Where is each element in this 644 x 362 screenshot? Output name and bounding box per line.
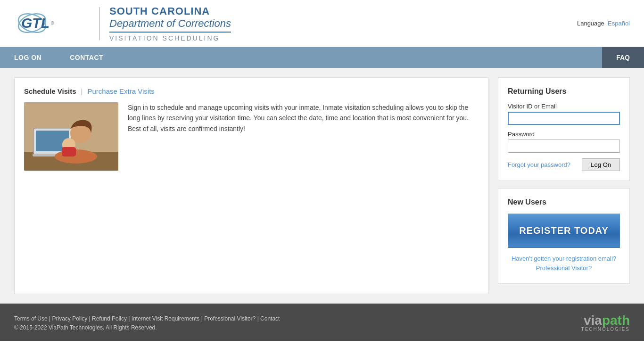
- nav-spacer: [117, 47, 602, 68]
- panel-description: Sign in to schedule and manage upcoming …: [128, 102, 479, 171]
- footer-terms[interactable]: Terms of Use: [14, 315, 48, 322]
- viapath-technologies: TECHNOLOGIES: [581, 327, 630, 332]
- footer-links: Terms of Use | Privacy Policy | Refund P…: [14, 314, 280, 324]
- page-footer: Terms of Use | Privacy Policy | Refund P…: [0, 304, 644, 341]
- footer-contact[interactable]: Contact: [260, 315, 280, 322]
- footer-left: Terms of Use | Privacy Policy | Refund P…: [14, 314, 280, 331]
- new-users-links: Haven't gotten your registration email? …: [508, 255, 620, 272]
- nav-contact[interactable]: CONTACT: [56, 47, 117, 68]
- password-input[interactable]: [508, 140, 620, 153]
- forgot-password-link[interactable]: Forgot your password?: [508, 161, 570, 168]
- viapath-via-text: via: [584, 313, 602, 328]
- panel-image: [24, 102, 118, 171]
- gtl-logo: GTL ®: [14, 8, 80, 39]
- logon-button[interactable]: Log On: [582, 158, 620, 171]
- password-label: Password: [508, 131, 620, 138]
- svg-rect-12: [62, 147, 76, 156]
- footer-privacy[interactable]: Privacy Policy: [52, 315, 87, 322]
- new-users-box: New Users REGISTER TODAY Haven't gotten …: [498, 188, 630, 284]
- navigation-bar: LOG ON CONTACT FAQ: [0, 47, 644, 68]
- language-label: Language: [577, 20, 604, 27]
- viapath-path-text: path: [602, 313, 630, 328]
- tab-separator: |: [81, 87, 83, 95]
- svg-text:®: ®: [51, 21, 54, 25]
- header-left: GTL ® SOUTH CAROLINA Department of Corre…: [14, 5, 231, 42]
- tab-purchase-extra-visits[interactable]: Purchase Extra Visits: [88, 87, 155, 95]
- espanol-link[interactable]: Español: [608, 20, 630, 27]
- new-users-title: New Users: [508, 198, 620, 206]
- footer-copyright: © 2015-2022 ViaPath Technologies. All Ri…: [14, 324, 280, 331]
- form-actions-row: Forgot your password? Log On: [508, 158, 620, 171]
- panel-content: Sign in to schedule and manage upcoming …: [24, 102, 479, 171]
- nav-faq[interactable]: FAQ: [602, 47, 644, 68]
- left-panel: Schedule Visits | Purchase Extra Visits: [14, 77, 488, 294]
- panel-tabs: Schedule Visits | Purchase Extra Visits: [24, 87, 479, 95]
- right-panel: Returning Users Visitor ID or Email Pass…: [498, 77, 630, 294]
- header-title-block: SOUTH CAROLINA Department of Corrections…: [109, 5, 231, 42]
- language-selector: Language Español: [577, 20, 630, 27]
- professional-visitor-link[interactable]: Professional Visitor?: [508, 264, 620, 272]
- header-state: SOUTH CAROLINA: [109, 5, 210, 17]
- footer-professional[interactable]: Professional Visitor?: [204, 315, 256, 322]
- footer-refund[interactable]: Refund Policy: [92, 315, 127, 322]
- header-department: Department of Corrections: [109, 17, 231, 33]
- footer-internet-visit[interactable]: Internet Visit Requirements: [132, 315, 200, 322]
- tab-schedule-visits[interactable]: Schedule Visits: [24, 87, 76, 95]
- svg-text:GTL: GTL: [21, 15, 50, 31]
- viapath-logo: viapath TECHNOLOGIES: [581, 313, 630, 332]
- returning-users-box: Returning Users Visitor ID or Email Pass…: [498, 77, 630, 181]
- registration-email-link[interactable]: Haven't gotten your registration email?: [508, 255, 620, 262]
- visitor-id-input[interactable]: [508, 112, 620, 125]
- logo-divider: [99, 7, 100, 40]
- returning-users-title: Returning Users: [508, 87, 620, 96]
- header-subtitle: VISITATION SCHEDULING: [109, 34, 220, 42]
- register-today-button[interactable]: REGISTER TODAY: [508, 214, 620, 248]
- page-header: GTL ® SOUTH CAROLINA Department of Corre…: [0, 0, 644, 47]
- viapath-name: viapath: [584, 313, 630, 328]
- visitor-id-label: Visitor ID or Email: [508, 103, 620, 110]
- main-content: Schedule Visits | Purchase Extra Visits: [0, 68, 644, 304]
- nav-logon[interactable]: LOG ON: [0, 47, 56, 68]
